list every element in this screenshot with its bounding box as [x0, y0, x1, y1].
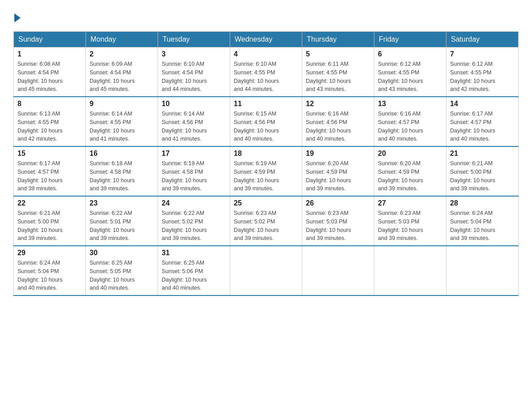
logo	[13, 13, 21, 22]
day-info: Sunrise: 6:14 AMSunset: 4:55 PMDaylight:…	[90, 110, 154, 143]
calendar-day-cell: 2Sunrise: 6:09 AMSunset: 4:54 PMDaylight…	[86, 47, 158, 97]
day-number: 12	[306, 100, 370, 108]
calendar-week-row: 8Sunrise: 6:13 AMSunset: 4:55 PMDaylight…	[14, 97, 519, 146]
day-of-week-header: Sunday	[14, 32, 86, 47]
calendar-day-cell: 21Sunrise: 6:21 AMSunset: 5:00 PMDayligh…	[446, 146, 519, 196]
calendar-day-cell: 23Sunrise: 6:22 AMSunset: 5:01 PMDayligh…	[86, 196, 158, 246]
calendar-day-cell: 22Sunrise: 6:21 AMSunset: 5:00 PMDayligh…	[14, 196, 86, 246]
day-info: Sunrise: 6:11 AMSunset: 4:55 PMDaylight:…	[306, 60, 370, 94]
day-info: Sunrise: 6:16 AMSunset: 4:57 PMDaylight:…	[378, 110, 442, 143]
day-number: 22	[17, 199, 82, 207]
day-info: Sunrise: 6:23 AMSunset: 5:03 PMDaylight:…	[378, 209, 442, 243]
calendar-day-cell: 8Sunrise: 6:13 AMSunset: 4:55 PMDaylight…	[14, 97, 86, 146]
day-info: Sunrise: 6:08 AMSunset: 4:54 PMDaylight:…	[17, 60, 82, 94]
day-number: 15	[17, 150, 82, 158]
calendar-day-cell: 13Sunrise: 6:16 AMSunset: 4:57 PMDayligh…	[374, 97, 446, 146]
calendar-day-cell: 3Sunrise: 6:10 AMSunset: 4:54 PMDaylight…	[158, 47, 230, 97]
day-info: Sunrise: 6:16 AMSunset: 4:56 PMDaylight:…	[306, 110, 370, 143]
calendar-day-cell: 4Sunrise: 6:10 AMSunset: 4:55 PMDaylight…	[230, 47, 302, 97]
day-of-week-header: Thursday	[302, 32, 374, 47]
calendar-day-cell: 6Sunrise: 6:12 AMSunset: 4:55 PMDaylight…	[374, 47, 446, 97]
calendar-day-cell	[302, 246, 374, 295]
logo-triangle-icon	[14, 13, 21, 22]
day-number: 28	[450, 199, 515, 207]
calendar-day-cell: 20Sunrise: 6:20 AMSunset: 4:59 PMDayligh…	[374, 146, 446, 196]
day-info: Sunrise: 6:24 AMSunset: 5:04 PMDaylight:…	[17, 259, 82, 292]
day-number: 24	[162, 199, 226, 207]
day-number: 11	[234, 100, 298, 108]
day-info: Sunrise: 6:23 AMSunset: 5:02 PMDaylight:…	[234, 209, 298, 243]
day-number: 20	[378, 150, 442, 158]
calendar-day-cell: 16Sunrise: 6:18 AMSunset: 4:58 PMDayligh…	[86, 146, 158, 196]
day-of-week-header: Saturday	[446, 32, 519, 47]
calendar-day-cell	[446, 246, 519, 295]
calendar-day-cell: 12Sunrise: 6:16 AMSunset: 4:56 PMDayligh…	[302, 97, 374, 146]
day-number: 25	[234, 199, 298, 207]
day-of-week-header: Friday	[374, 32, 446, 47]
day-number: 18	[234, 150, 298, 158]
calendar-day-cell: 14Sunrise: 6:17 AMSunset: 4:57 PMDayligh…	[446, 97, 519, 146]
calendar-day-cell: 28Sunrise: 6:24 AMSunset: 5:04 PMDayligh…	[446, 196, 519, 246]
day-of-week-header: Monday	[86, 32, 158, 47]
day-number: 10	[162, 100, 226, 108]
calendar-day-cell: 27Sunrise: 6:23 AMSunset: 5:03 PMDayligh…	[374, 196, 446, 246]
day-info: Sunrise: 6:20 AMSunset: 4:59 PMDaylight:…	[378, 159, 442, 193]
calendar-day-cell	[230, 246, 302, 295]
day-number: 30	[90, 249, 154, 257]
calendar-day-cell: 31Sunrise: 6:25 AMSunset: 5:06 PMDayligh…	[158, 246, 230, 295]
calendar-week-row: 1Sunrise: 6:08 AMSunset: 4:54 PMDaylight…	[14, 47, 519, 97]
day-number: 21	[450, 150, 515, 158]
day-info: Sunrise: 6:22 AMSunset: 5:02 PMDaylight:…	[162, 209, 226, 243]
calendar-day-cell: 11Sunrise: 6:15 AMSunset: 4:56 PMDayligh…	[230, 97, 302, 146]
day-info: Sunrise: 6:19 AMSunset: 4:58 PMDaylight:…	[162, 159, 226, 193]
day-number: 31	[162, 249, 226, 257]
day-number: 2	[90, 50, 154, 58]
calendar-week-row: 15Sunrise: 6:17 AMSunset: 4:57 PMDayligh…	[14, 146, 519, 196]
day-number: 1	[17, 50, 82, 58]
calendar-day-cell: 24Sunrise: 6:22 AMSunset: 5:02 PMDayligh…	[158, 196, 230, 246]
calendar-week-row: 22Sunrise: 6:21 AMSunset: 5:00 PMDayligh…	[14, 196, 519, 246]
day-info: Sunrise: 6:21 AMSunset: 5:00 PMDaylight:…	[17, 209, 82, 243]
calendar-day-cell	[374, 246, 446, 295]
calendar-day-cell: 10Sunrise: 6:14 AMSunset: 4:56 PMDayligh…	[158, 97, 230, 146]
day-number: 23	[90, 199, 154, 207]
day-info: Sunrise: 6:17 AMSunset: 4:57 PMDaylight:…	[17, 159, 82, 193]
day-number: 5	[306, 50, 370, 58]
day-info: Sunrise: 6:23 AMSunset: 5:03 PMDaylight:…	[306, 209, 370, 243]
calendar-day-cell: 7Sunrise: 6:12 AMSunset: 4:55 PMDaylight…	[446, 47, 519, 97]
day-info: Sunrise: 6:15 AMSunset: 4:56 PMDaylight:…	[234, 110, 298, 143]
day-number: 7	[450, 50, 515, 58]
day-info: Sunrise: 6:13 AMSunset: 4:55 PMDaylight:…	[17, 110, 82, 143]
day-of-week-header: Tuesday	[158, 32, 230, 47]
calendar-table: SundayMondayTuesdayWednesdayThursdayFrid…	[13, 31, 519, 296]
day-info: Sunrise: 6:09 AMSunset: 4:54 PMDaylight:…	[90, 60, 154, 94]
day-info: Sunrise: 6:18 AMSunset: 4:58 PMDaylight:…	[90, 159, 154, 193]
day-info: Sunrise: 6:21 AMSunset: 5:00 PMDaylight:…	[450, 159, 515, 193]
day-info: Sunrise: 6:12 AMSunset: 4:55 PMDaylight:…	[450, 60, 515, 94]
calendar-day-cell: 25Sunrise: 6:23 AMSunset: 5:02 PMDayligh…	[230, 196, 302, 246]
day-info: Sunrise: 6:25 AMSunset: 5:05 PMDaylight:…	[90, 259, 154, 292]
calendar-day-cell: 26Sunrise: 6:23 AMSunset: 5:03 PMDayligh…	[302, 196, 374, 246]
calendar-day-cell: 29Sunrise: 6:24 AMSunset: 5:04 PMDayligh…	[14, 246, 86, 295]
day-number: 3	[162, 50, 226, 58]
day-number: 17	[162, 150, 226, 158]
day-info: Sunrise: 6:14 AMSunset: 4:56 PMDaylight:…	[162, 110, 226, 143]
calendar-day-cell: 17Sunrise: 6:19 AMSunset: 4:58 PMDayligh…	[158, 146, 230, 196]
page-header	[13, 9, 519, 22]
day-number: 8	[17, 100, 82, 108]
day-number: 9	[90, 100, 154, 108]
calendar-day-cell: 30Sunrise: 6:25 AMSunset: 5:05 PMDayligh…	[86, 246, 158, 295]
day-info: Sunrise: 6:24 AMSunset: 5:04 PMDaylight:…	[450, 209, 515, 243]
day-number: 26	[306, 199, 370, 207]
day-number: 27	[378, 199, 442, 207]
calendar-day-cell: 19Sunrise: 6:20 AMSunset: 4:59 PMDayligh…	[302, 146, 374, 196]
day-number: 6	[378, 50, 442, 58]
day-number: 4	[234, 50, 298, 58]
calendar-week-row: 29Sunrise: 6:24 AMSunset: 5:04 PMDayligh…	[14, 246, 519, 295]
day-info: Sunrise: 6:25 AMSunset: 5:06 PMDaylight:…	[162, 259, 226, 292]
day-number: 29	[17, 249, 82, 257]
day-of-week-header: Wednesday	[230, 32, 302, 47]
day-number: 16	[90, 150, 154, 158]
day-number: 14	[450, 100, 515, 108]
day-number: 13	[378, 100, 442, 108]
